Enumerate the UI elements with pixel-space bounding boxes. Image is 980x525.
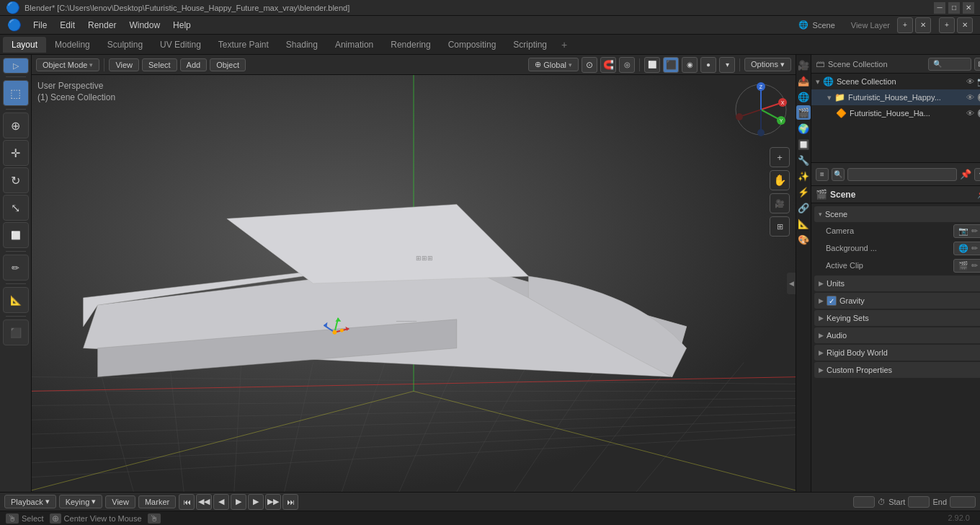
constraints-properties-tab[interactable]: 🔗 <box>796 200 811 215</box>
outliner-row-scene-collection[interactable]: ▾ 🌐 Scene Collection 👁 📷 <box>811 74 980 89</box>
tab-animation[interactable]: Animation <box>326 37 382 53</box>
tab-layout[interactable]: Layout <box>3 37 46 53</box>
scale-tool[interactable]: ⤡ <box>3 195 29 221</box>
tab-shading[interactable]: Shading <box>277 37 326 53</box>
add-workspace-button[interactable]: + <box>556 36 573 53</box>
render-properties-tab[interactable]: 🎥 <box>796 58 811 72</box>
world-properties-tab[interactable]: 🌍 <box>796 121 811 136</box>
outliner-filter-button[interactable]: ⊞ <box>974 58 980 71</box>
rotate-tool[interactable]: ↻ <box>3 167 29 193</box>
jump-start-button[interactable]: ⏮ <box>179 494 195 510</box>
object-menu[interactable]: Object <box>210 58 246 71</box>
toggle-view-button[interactable]: ⊞ <box>770 216 790 237</box>
material-properties-tab[interactable]: 🎨 <box>796 232 811 247</box>
current-frame-input[interactable]: 1 <box>853 496 875 508</box>
toggle-panel-button[interactable]: ◀ <box>787 273 796 294</box>
props-view-toggle[interactable]: ≡ <box>816 168 829 181</box>
menu-blender[interactable]: 🔵 <box>3 18 26 32</box>
select-icon-1[interactable]: 🔘 <box>977 93 980 102</box>
scene-pin-icon[interactable]: 📌 <box>977 190 980 199</box>
proportional-edit-button[interactable]: ◎ <box>619 57 635 73</box>
minimize-button[interactable]: ─ <box>934 2 945 14</box>
move-tool[interactable]: ✛ <box>3 140 29 166</box>
tab-sculpting[interactable]: Sculpting <box>99 37 151 53</box>
camera-icon-outliner[interactable]: 📷 <box>977 77 980 87</box>
camera-view-button[interactable]: 🎥 <box>770 193 790 213</box>
view-layer-close-button[interactable]: ✕ <box>957 17 973 33</box>
wireframe-shading-button[interactable]: ⬜ <box>644 57 660 73</box>
annotate-tool[interactable]: ✏ <box>3 255 29 281</box>
rigid-body-world-section-header[interactable]: ▶ Rigid Body World <box>814 345 980 361</box>
marker-menu[interactable]: Marker <box>138 495 176 508</box>
keying-sets-section-header[interactable]: ▶ Keying Sets <box>814 310 980 326</box>
view-layer-expand-button[interactable]: + <box>939 17 955 33</box>
custom-props-section-header[interactable]: ▶ Custom Properties <box>814 362 980 378</box>
scene-expand-button[interactable]: + <box>897 17 913 33</box>
menu-render[interactable]: Render <box>82 19 122 32</box>
view-menu-bottom[interactable]: View <box>105 495 135 508</box>
view-menu[interactable]: View <box>109 58 139 71</box>
object-mode-button[interactable]: Object Mode ▾ <box>36 58 99 71</box>
tab-rendering[interactable]: Rendering <box>382 37 439 53</box>
next-frame-button[interactable]: ▶ <box>248 494 264 510</box>
visibility-icon-1[interactable]: 👁 <box>966 93 974 102</box>
prev-frame-button[interactable]: ◀ <box>213 494 229 510</box>
close-button[interactable]: ✕ <box>963 2 974 14</box>
hand-pan-button[interactable]: ✋ <box>770 170 790 190</box>
physics-properties-tab[interactable]: ⚡ <box>796 185 811 199</box>
pivot-button[interactable]: ⊙ <box>582 57 597 73</box>
start-frame-input[interactable]: 1 <box>908 496 930 508</box>
background-value[interactable]: 🌐 ✏ <box>953 242 980 255</box>
outliner-row-collection-1[interactable]: ▾ 📁 Futuristic_House_Happy... 👁 🔘 <box>811 89 980 105</box>
visibility-icon-2[interactable]: 👁 <box>966 109 974 118</box>
material-shading-button[interactable]: ◉ <box>682 57 698 73</box>
select-icon-2[interactable]: 🔘 <box>977 109 980 118</box>
particles-properties-tab[interactable]: ✨ <box>796 169 811 183</box>
gravity-section-header[interactable]: ▶ ✓ Gravity <box>814 293 980 309</box>
play-button[interactable]: ▶ <box>231 494 246 510</box>
object-properties-tab[interactable]: 🔲 <box>796 137 811 151</box>
keying-menu[interactable]: Keying ▾ <box>59 495 103 508</box>
viewport[interactable]: Object Mode ▾ View Select Add Object ⊕ G… <box>32 55 796 492</box>
output-properties-tab[interactable]: 📤 <box>796 74 811 88</box>
units-section-header[interactable]: ▶ Units <box>814 275 980 291</box>
menu-help[interactable]: Help <box>167 19 197 32</box>
active-clip-edit-icon[interactable]: ✏ <box>971 261 978 270</box>
scene-close-button[interactable]: ✕ <box>915 17 931 33</box>
properties-search-field[interactable] <box>847 168 957 181</box>
visibility-icon[interactable]: 👁 <box>966 77 974 87</box>
tab-modeling[interactable]: Modeling <box>46 37 99 53</box>
menu-edit[interactable]: Edit <box>54 19 81 32</box>
solid-shading-button[interactable]: ⬛ <box>663 57 679 73</box>
cursor-3d-tool[interactable]: ⊕ <box>3 112 29 138</box>
scene-section-header[interactable]: ▾ Scene <box>814 206 980 222</box>
select-box-tool[interactable]: ⬚ <box>3 80 29 106</box>
outliner-search-input[interactable] <box>928 58 971 71</box>
add-primitive-tool[interactable]: ⬛ <box>3 319 29 345</box>
tab-texture-paint[interactable]: Texture Paint <box>210 37 277 53</box>
jump-end-button[interactable]: ⏭ <box>282 494 298 510</box>
cursor-tool[interactable]: ▷ <box>3 58 29 74</box>
playback-menu[interactable]: Playback ▾ <box>4 495 56 508</box>
camera-edit-icon[interactable]: ✏ <box>971 226 978 236</box>
rendered-shading-button[interactable]: ● <box>700 57 716 73</box>
snap-button[interactable]: 🧲 <box>600 57 616 73</box>
viewport-canvas[interactable]: ⊞⊞⊞ ───── User Perspective (1) Scene Col… <box>32 75 796 492</box>
properties-pin-icon[interactable]: 📌 <box>960 169 971 180</box>
data-properties-tab[interactable]: 📐 <box>796 216 811 231</box>
zoom-in-button[interactable]: + <box>770 147 790 167</box>
scene-properties-tab[interactable]: 🎬 <box>796 105 811 120</box>
prev-keyframe-button[interactable]: ◀◀ <box>196 494 212 510</box>
measure-tool[interactable]: 📐 <box>3 287 29 313</box>
camera-value[interactable]: 📷 ✏ <box>953 224 980 238</box>
background-edit-icon[interactable]: ✏ <box>971 244 978 253</box>
maximize-button[interactable]: □ <box>948 2 960 14</box>
menu-window[interactable]: Window <box>123 19 166 32</box>
audio-section-header[interactable]: ▶ Audio <box>814 327 980 343</box>
modifier-properties-tab[interactable]: 🔧 <box>796 153 811 167</box>
transform-global-button[interactable]: ⊕ Global ▾ <box>528 58 579 71</box>
outliner-row-mesh-1[interactable]: 🔶 Futuristic_House_Ha... 👁 🔘 <box>811 105 980 121</box>
add-menu[interactable]: Add <box>180 58 208 71</box>
tab-compositing[interactable]: Compositing <box>440 37 505 53</box>
end-frame-input[interactable]: 250 <box>950 496 976 508</box>
